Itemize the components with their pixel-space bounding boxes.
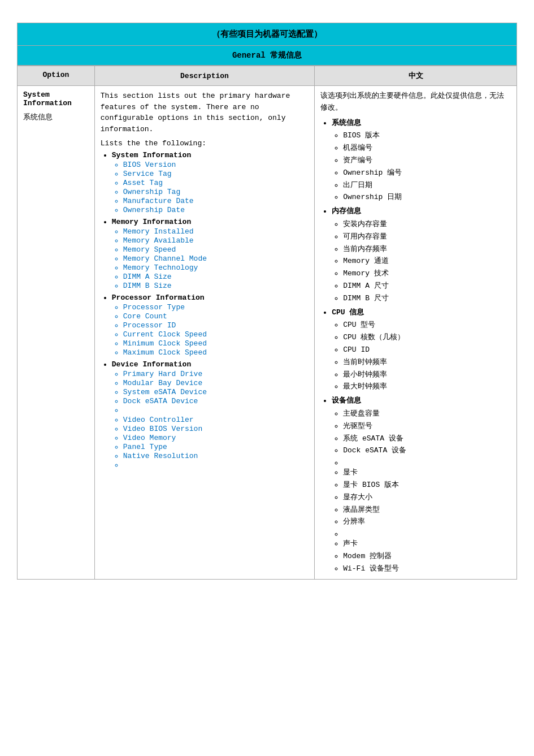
zh-list-item: 机器编号 xyxy=(343,142,511,154)
desc-lists: System Information BIOS Version Service … xyxy=(101,151,309,470)
list-item: Processor ID xyxy=(123,321,309,330)
list-item: Manufacture Date xyxy=(123,197,309,205)
zh-sub-cpu: CPU 型号 CPU 核数（几核） CPU ID 当前时钟频率 最小时钟频率 最… xyxy=(332,319,511,393)
zh-list-item: 资产编号 xyxy=(343,155,511,167)
list-item: Video BIOS Version xyxy=(123,425,309,433)
zh-top-list: 系统信息 BIOS 版本 机器编号 资产编号 Ownership 编号 出厂日期… xyxy=(320,118,511,575)
zh-group-device: 设备信息 主硬盘容量 光驱型号 系统 eSATA 设备 Dock eSATA 设… xyxy=(332,395,511,574)
general-banner: General 常规信息 xyxy=(17,46,517,66)
zh-list-item: Memory 技术 xyxy=(343,268,511,280)
zh-list-item: CPU 型号 xyxy=(343,319,511,331)
group-device-title: Device Information xyxy=(112,360,191,369)
header-description: Description xyxy=(94,66,314,86)
list-item: BIOS Version xyxy=(123,161,309,169)
desc-intro: This section lists out the primary hardw… xyxy=(101,90,309,135)
list-item: Service Tag xyxy=(123,170,309,178)
list-item: Memory Channel Mode xyxy=(123,254,309,263)
header-option: Option xyxy=(18,66,95,86)
list-item: Ownership Tag xyxy=(123,188,309,196)
list-item: DIMM B Size xyxy=(123,282,309,290)
group-device-info: Device Information Primary Hard Drive Mo… xyxy=(112,360,309,470)
group-processor-info: Processor Information Processor Type Cor… xyxy=(112,293,309,357)
header-zh: 中文 xyxy=(315,66,517,86)
zh-list-item: 最小时钟频率 xyxy=(343,369,511,381)
zh-list-item: BIOS 版本 xyxy=(343,130,511,142)
option-cell: SystemInformation 系统信息 xyxy=(18,86,95,580)
zh-list-item: Dock eSATA 设备 xyxy=(343,445,511,457)
page-wrapper: （有些项目为机器可选配置） General 常规信息 Option Descri… xyxy=(0,0,534,602)
zh-group-system: 系统信息 BIOS 版本 机器编号 资产编号 Ownership 编号 出厂日期… xyxy=(332,118,511,204)
zh-list-item: 显卡 BIOS 版本 xyxy=(343,479,511,491)
top-list: System Information BIOS Version Service … xyxy=(101,151,309,470)
list-item: Asset Tag xyxy=(123,179,309,187)
zh-list-item: 安装内存容量 xyxy=(343,219,511,231)
zh-list-item-empty2 xyxy=(343,529,511,538)
zh-cell: 该选项列出系统的主要硬件信息。此处仅提供信息，无法修改。 系统信息 BIOS 版… xyxy=(315,86,517,580)
group-memory-info: Memory Information Memory Installed Memo… xyxy=(112,218,309,290)
zh-list-item: Memory 通道 xyxy=(343,256,511,267)
list-item: Processor Type xyxy=(123,303,309,312)
list-item-empty xyxy=(123,406,309,415)
zh-intro: 该选项列出系统的主要硬件信息。此处仅提供信息，无法修改。 xyxy=(320,90,511,114)
zh-group-system-title: 系统信息 xyxy=(332,119,361,127)
zh-sub-device: 主硬盘容量 光驱型号 系统 eSATA 设备 Dock eSATA 设备 显卡 … xyxy=(332,408,511,575)
group-processor-title: Processor Information xyxy=(112,293,205,302)
list-item: Current Clock Speed xyxy=(123,330,309,339)
table-row: SystemInformation 系统信息 This section list… xyxy=(18,86,517,580)
zh-list-item: Wi-Fi 设备型号 xyxy=(343,563,511,575)
option-main: SystemInformation xyxy=(23,90,89,107)
description-cell: This section lists out the primary hardw… xyxy=(94,86,314,580)
zh-list-item: CPU 核数（几核） xyxy=(343,332,511,344)
list-item: Ownership Date xyxy=(123,206,309,214)
zh-list-item: 分辨率 xyxy=(343,516,511,528)
zh-list-item: Ownership 日期 xyxy=(343,192,511,204)
list-item: Memory Speed xyxy=(123,245,309,254)
list-item: Dock eSATA Device xyxy=(123,397,309,405)
zh-sub-system: BIOS 版本 机器编号 资产编号 Ownership 编号 出厂日期 Owne… xyxy=(332,130,511,204)
sub-list-device: Primary Hard Drive Modular Bay Device Sy… xyxy=(112,370,309,470)
zh-list-item: 可用内存容量 xyxy=(343,231,511,243)
group-system-title: System Information xyxy=(112,151,191,159)
list-item: Modular Bay Device xyxy=(123,379,309,387)
zh-group-memory-title: 内存信息 xyxy=(332,207,361,215)
group-system-info: System Information BIOS Version Service … xyxy=(112,151,309,214)
sub-list-system: BIOS Version Service Tag Asset Tag Owner… xyxy=(112,161,309,214)
top-banner: （有些项目为机器可选配置） xyxy=(17,23,517,46)
list-item: Memory Installed xyxy=(123,227,309,236)
group-memory-title: Memory Information xyxy=(112,218,191,226)
zh-group-memory: 内存信息 安装内存容量 可用内存容量 当前内存频率 Memory 通道 Memo… xyxy=(332,206,511,304)
list-item: Primary Hard Drive xyxy=(123,370,309,378)
zh-list-item-empty xyxy=(343,457,511,466)
zh-list-item: CPU ID xyxy=(343,344,511,356)
zh-list-item: 光驱型号 xyxy=(343,421,511,433)
list-item: Memory Technology xyxy=(123,263,309,272)
main-table: Option Description 中文 SystemInformation … xyxy=(17,66,517,580)
zh-group-cpu: CPU 信息 CPU 型号 CPU 核数（几核） CPU ID 当前时钟频率 最… xyxy=(332,307,511,394)
list-item: Native Resolution xyxy=(123,452,309,460)
zh-sub-memory: 安装内存容量 可用内存容量 当前内存频率 Memory 通道 Memory 技术… xyxy=(332,219,511,305)
list-item: Minimum Clock Speed xyxy=(123,339,309,348)
sub-list-memory: Memory Installed Memory Available Memory… xyxy=(112,227,309,290)
zh-list-item: DIMM B 尺寸 xyxy=(343,293,511,305)
zh-list-item: 系统 eSATA 设备 xyxy=(343,433,511,445)
zh-list-item: Modem 控制器 xyxy=(343,551,511,563)
zh-list-item: 当前时钟频率 xyxy=(343,357,511,369)
sub-list-processor: Processor Type Core Count Processor ID C… xyxy=(112,303,309,357)
list-item: Maximum Clock Speed xyxy=(123,348,309,357)
list-item-empty2 xyxy=(123,461,309,470)
zh-list-item: 声卡 xyxy=(343,538,511,550)
zh-group-cpu-title: CPU 信息 xyxy=(332,308,364,317)
zh-list-item: Ownership 编号 xyxy=(343,167,511,179)
zh-list-item: 显卡 xyxy=(343,467,511,479)
lists-header: Lists the the following: xyxy=(101,139,309,148)
option-zh: 系统信息 xyxy=(23,112,89,122)
list-item: Video Controller xyxy=(123,416,309,424)
zh-list-item: 当前内存频率 xyxy=(343,244,511,256)
zh-list-item: 显存大小 xyxy=(343,492,511,504)
list-item: Video Memory xyxy=(123,434,309,442)
zh-section: 该选项列出系统的主要硬件信息。此处仅提供信息，无法修改。 系统信息 BIOS 版… xyxy=(320,90,511,574)
zh-list-item: 最大时钟频率 xyxy=(343,381,511,393)
zh-list-item: 液晶屏类型 xyxy=(343,504,511,516)
list-item: Panel Type xyxy=(123,443,309,451)
list-item: System eSATA Device xyxy=(123,388,309,396)
